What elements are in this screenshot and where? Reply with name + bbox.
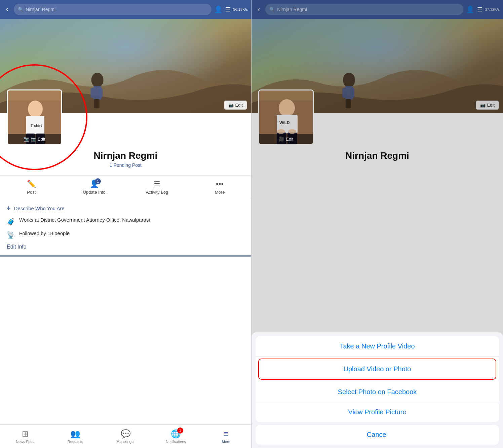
- camera-icon-profile-left: 📷: [24, 136, 29, 142]
- add-description-row[interactable]: + Describe Who You Are: [7, 204, 244, 212]
- nav-more-left[interactable]: ≡ More: [201, 425, 251, 448]
- user-icon-left: 👤: [214, 5, 223, 13]
- svg-rect-2: [91, 88, 94, 98]
- scroll-indicator: [0, 255, 251, 257]
- edit-info-link[interactable]: Edit Info: [7, 244, 244, 250]
- search-name-left: Nirnjan Regmi: [26, 7, 55, 12]
- profile-photo-left: T-shirt 📷 📷 Edit: [7, 89, 62, 145]
- speed-badge-left: 86.18K/s: [233, 7, 248, 12]
- svg-rect-5: [95, 99, 100, 108]
- profile-name-left: Nirnjan Regmi: [0, 150, 251, 161]
- notifications-badge-left: 1: [177, 427, 183, 434]
- action-select-photo-on-facebook[interactable]: Select Photo on Facebook: [256, 382, 499, 402]
- followed-by-row: 📡 Followed by 18 people: [7, 230, 244, 239]
- action-post[interactable]: ✏️ Post: [0, 176, 63, 199]
- activity-log-icon: ☰: [154, 180, 160, 188]
- divider-1: [256, 356, 499, 357]
- nav-messenger-left[interactable]: 💬 Messenger: [101, 425, 151, 448]
- action-sheet-cancel[interactable]: Cancel: [256, 425, 499, 445]
- upload-highlighted-wrapper: Upload Video or Photo: [258, 359, 496, 380]
- profile-photo-wrap-left: T-shirt 📷 📷 Edit: [7, 89, 62, 145]
- profile-edit-button-left[interactable]: 📷 📷 Edit: [8, 134, 61, 144]
- svg-rect-3: [100, 88, 103, 98]
- nav-notifications-left[interactable]: 🌐 1 Notifications: [151, 425, 201, 448]
- rss-icon: 📡: [7, 231, 15, 239]
- svg-point-9: [28, 101, 43, 117]
- svg-text:T-shirt: T-shirt: [31, 123, 42, 127]
- more-icon-action: •••: [216, 180, 224, 188]
- info-section-left: + Describe Who You Are 🧳 Works at Distri…: [0, 199, 251, 255]
- action-sheet-main: Take a New Profile Video Upload Video or…: [256, 336, 499, 422]
- hamburger-icon-left: ☰: [225, 6, 231, 13]
- action-row-left: ✏️ Post 👤 1 Update Info ☰ Activity Log •…: [0, 175, 251, 199]
- news-feed-icon: ⊞: [22, 429, 29, 439]
- requests-icon: 👥: [70, 429, 80, 439]
- action-take-new-profile-video[interactable]: Take a New Profile Video: [256, 336, 499, 356]
- post-icon: ✏️: [27, 180, 36, 188]
- action-activity-log[interactable]: ☰ Activity Log: [126, 176, 189, 199]
- update-info-badge: 1: [95, 178, 101, 184]
- search-bar-left[interactable]: 🔍 Nirnjan Regmi: [14, 4, 211, 15]
- works-at-row: 🧳 Works at District Government Attorney …: [7, 217, 244, 226]
- bottom-nav-left: ⊞ News Feed 👥 Requests 💬 Messenger 🌐 1 N…: [0, 424, 251, 448]
- profile-section-left: T-shirt 📷 📷 Edit Nirnjan Regmi 1 Pending…: [0, 113, 251, 171]
- action-sheet: Take a New Profile Video Upload Video or…: [252, 332, 503, 448]
- svg-point-0: [91, 73, 104, 87]
- nav-requests-left[interactable]: 👥 Requests: [50, 425, 100, 448]
- right-panel: ‹ 🔍 Nirnjan Regmi 👤 ☰ 37.32K/s 📷 Edit: [252, 0, 503, 448]
- action-update-info[interactable]: 👤 1 Update Info: [63, 176, 126, 199]
- briefcase-icon: 🧳: [7, 218, 15, 226]
- action-view-profile-picture[interactable]: View Profile Picture: [256, 402, 499, 422]
- nav-news-feed-left[interactable]: ⊞ News Feed: [0, 425, 50, 448]
- plus-icon: +: [7, 204, 11, 212]
- pending-post-left[interactable]: 1 Pending Post: [0, 162, 251, 168]
- camera-icon-cover-left: 📷: [228, 103, 234, 108]
- cover-edit-button-left[interactable]: 📷 Edit: [224, 101, 247, 110]
- top-bar-left: ‹ 🔍 Nirnjan Regmi 👤 ☰ 86.18K/s: [0, 0, 251, 19]
- more-nav-icon-left: ≡: [224, 429, 228, 439]
- action-upload-video-or-photo[interactable]: Upload Video or Photo: [259, 359, 496, 379]
- action-more[interactable]: ••• More: [188, 176, 251, 199]
- left-panel: ‹ 🔍 Nirnjan Regmi 👤 ☰ 86.18K/s 📷 Edit: [0, 0, 252, 448]
- back-button-left[interactable]: ‹: [3, 4, 11, 15]
- search-icon-left: 🔍: [18, 7, 24, 12]
- messenger-icon: 💬: [121, 429, 131, 439]
